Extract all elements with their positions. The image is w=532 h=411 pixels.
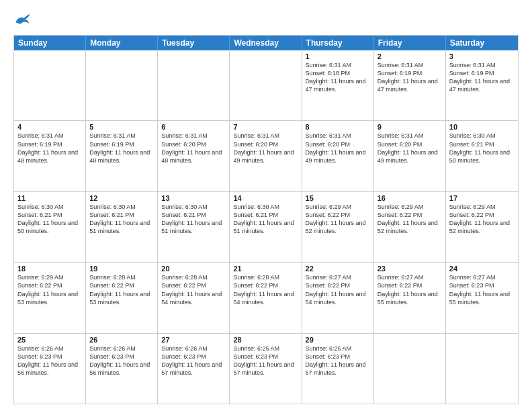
day-cell-20: 20Sunrise: 6:28 AMSunset: 6:22 PMDayligh… bbox=[158, 263, 230, 332]
day-number: 20 bbox=[161, 265, 226, 273]
day-info: Sunrise: 6:26 AMSunset: 6:23 PMDaylight:… bbox=[17, 345, 82, 377]
calendar-header-thursday: Thursday bbox=[302, 36, 374, 50]
empty-cell bbox=[158, 50, 230, 120]
day-number: 21 bbox=[233, 265, 298, 273]
empty-cell bbox=[86, 50, 158, 120]
day-cell-15: 15Sunrise: 6:29 AMSunset: 6:22 PMDayligh… bbox=[302, 192, 374, 262]
day-info: Sunrise: 6:31 AMSunset: 6:20 PMDaylight:… bbox=[161, 132, 226, 165]
day-cell-26: 26Sunrise: 6:26 AMSunset: 6:23 PMDayligh… bbox=[86, 334, 158, 404]
calendar-body: 1Sunrise: 6:31 AMSunset: 6:18 PMDaylight… bbox=[14, 50, 518, 404]
day-info: Sunrise: 6:30 AMSunset: 6:21 PMDaylight:… bbox=[449, 132, 515, 165]
day-info: Sunrise: 6:31 AMSunset: 6:18 PMDaylight:… bbox=[306, 61, 370, 94]
day-cell-18: 18Sunrise: 6:29 AMSunset: 6:22 PMDayligh… bbox=[14, 263, 86, 332]
day-number: 14 bbox=[233, 194, 298, 202]
day-info: Sunrise: 6:30 AMSunset: 6:21 PMDaylight:… bbox=[233, 203, 298, 236]
day-cell-2: 2Sunrise: 6:31 AMSunset: 6:19 PMDaylight… bbox=[374, 50, 446, 120]
day-number: 24 bbox=[449, 265, 515, 273]
day-info: Sunrise: 6:27 AMSunset: 6:22 PMDaylight:… bbox=[306, 273, 370, 306]
day-info: Sunrise: 6:26 AMSunset: 6:23 PMDaylight:… bbox=[89, 345, 154, 377]
day-number: 19 bbox=[89, 265, 154, 273]
day-number: 12 bbox=[89, 194, 154, 202]
day-info: Sunrise: 6:29 AMSunset: 6:22 PMDaylight:… bbox=[17, 273, 82, 306]
calendar-header-tuesday: Tuesday bbox=[158, 36, 230, 50]
day-number: 29 bbox=[306, 336, 370, 344]
day-number: 15 bbox=[306, 194, 370, 202]
day-number: 22 bbox=[306, 265, 370, 273]
day-cell-27: 27Sunrise: 6:26 AMSunset: 6:23 PMDayligh… bbox=[158, 334, 230, 404]
day-number: 23 bbox=[378, 265, 442, 273]
day-number: 13 bbox=[161, 194, 226, 202]
page: SundayMondayTuesdayWednesdayThursdayFrid… bbox=[0, 0, 532, 411]
day-info: Sunrise: 6:31 AMSunset: 6:20 PMDaylight:… bbox=[233, 132, 298, 165]
day-number: 5 bbox=[89, 123, 154, 131]
calendar-header-saturday: Saturday bbox=[446, 36, 518, 50]
day-number: 1 bbox=[306, 52, 370, 60]
day-info: Sunrise: 6:25 AMSunset: 6:23 PMDaylight:… bbox=[306, 345, 370, 377]
calendar-row-1: 4Sunrise: 6:31 AMSunset: 6:19 PMDaylight… bbox=[14, 120, 518, 191]
day-cell-1: 1Sunrise: 6:31 AMSunset: 6:18 PMDaylight… bbox=[302, 50, 374, 120]
day-number: 18 bbox=[17, 265, 82, 273]
calendar-header-sunday: Sunday bbox=[14, 36, 86, 50]
day-number: 8 bbox=[306, 123, 370, 131]
day-cell-22: 22Sunrise: 6:27 AMSunset: 6:22 PMDayligh… bbox=[302, 263, 374, 332]
calendar-header: SundayMondayTuesdayWednesdayThursdayFrid… bbox=[14, 36, 518, 50]
day-number: 28 bbox=[233, 336, 298, 344]
empty-cell bbox=[446, 334, 518, 404]
day-cell-16: 16Sunrise: 6:29 AMSunset: 6:22 PMDayligh… bbox=[374, 192, 446, 262]
day-info: Sunrise: 6:31 AMSunset: 6:19 PMDaylight:… bbox=[449, 61, 515, 94]
day-cell-4: 4Sunrise: 6:31 AMSunset: 6:19 PMDaylight… bbox=[14, 121, 86, 191]
empty-cell bbox=[14, 50, 86, 120]
calendar-row-0: 1Sunrise: 6:31 AMSunset: 6:18 PMDaylight… bbox=[14, 50, 518, 120]
day-cell-12: 12Sunrise: 6:30 AMSunset: 6:21 PMDayligh… bbox=[86, 192, 158, 262]
day-info: Sunrise: 6:28 AMSunset: 6:22 PMDaylight:… bbox=[89, 273, 154, 306]
day-cell-9: 9Sunrise: 6:31 AMSunset: 6:20 PMDaylight… bbox=[374, 121, 446, 191]
calendar-row-3: 18Sunrise: 6:29 AMSunset: 6:22 PMDayligh… bbox=[14, 262, 518, 332]
day-info: Sunrise: 6:30 AMSunset: 6:21 PMDaylight:… bbox=[89, 203, 154, 236]
day-info: Sunrise: 6:27 AMSunset: 6:23 PMDaylight:… bbox=[449, 273, 515, 306]
day-number: 10 bbox=[449, 123, 515, 131]
day-cell-13: 13Sunrise: 6:30 AMSunset: 6:21 PMDayligh… bbox=[158, 192, 230, 262]
day-cell-10: 10Sunrise: 6:30 AMSunset: 6:21 PMDayligh… bbox=[446, 121, 518, 191]
day-cell-23: 23Sunrise: 6:27 AMSunset: 6:22 PMDayligh… bbox=[374, 263, 446, 332]
day-number: 7 bbox=[233, 123, 298, 131]
empty-cell bbox=[230, 50, 302, 120]
day-number: 2 bbox=[378, 52, 442, 60]
header bbox=[13, 11, 519, 30]
day-info: Sunrise: 6:30 AMSunset: 6:21 PMDaylight:… bbox=[17, 203, 82, 236]
day-number: 11 bbox=[17, 194, 82, 202]
day-cell-17: 17Sunrise: 6:29 AMSunset: 6:22 PMDayligh… bbox=[446, 192, 518, 262]
calendar-header-monday: Monday bbox=[86, 36, 158, 50]
day-cell-25: 25Sunrise: 6:26 AMSunset: 6:23 PMDayligh… bbox=[14, 334, 86, 404]
day-cell-29: 29Sunrise: 6:25 AMSunset: 6:23 PMDayligh… bbox=[302, 334, 374, 404]
day-cell-6: 6Sunrise: 6:31 AMSunset: 6:20 PMDaylight… bbox=[158, 121, 230, 191]
day-number: 3 bbox=[449, 52, 515, 60]
day-info: Sunrise: 6:31 AMSunset: 6:19 PMDaylight:… bbox=[378, 61, 442, 94]
day-info: Sunrise: 6:28 AMSunset: 6:22 PMDaylight:… bbox=[161, 273, 226, 306]
empty-cell bbox=[374, 334, 446, 404]
calendar-row-4: 25Sunrise: 6:26 AMSunset: 6:23 PMDayligh… bbox=[14, 333, 518, 404]
day-info: Sunrise: 6:25 AMSunset: 6:23 PMDaylight:… bbox=[233, 345, 298, 377]
calendar-header-wednesday: Wednesday bbox=[230, 36, 302, 50]
day-info: Sunrise: 6:31 AMSunset: 6:20 PMDaylight:… bbox=[306, 132, 370, 165]
day-cell-19: 19Sunrise: 6:28 AMSunset: 6:22 PMDayligh… bbox=[86, 263, 158, 332]
day-number: 27 bbox=[161, 336, 226, 344]
day-cell-3: 3Sunrise: 6:31 AMSunset: 6:19 PMDaylight… bbox=[446, 50, 518, 120]
day-info: Sunrise: 6:31 AMSunset: 6:19 PMDaylight:… bbox=[17, 132, 82, 165]
day-cell-14: 14Sunrise: 6:30 AMSunset: 6:21 PMDayligh… bbox=[230, 192, 302, 262]
day-cell-11: 11Sunrise: 6:30 AMSunset: 6:21 PMDayligh… bbox=[14, 192, 86, 262]
day-info: Sunrise: 6:30 AMSunset: 6:21 PMDaylight:… bbox=[161, 203, 226, 236]
day-cell-28: 28Sunrise: 6:25 AMSunset: 6:23 PMDayligh… bbox=[230, 334, 302, 404]
day-cell-8: 8Sunrise: 6:31 AMSunset: 6:20 PMDaylight… bbox=[302, 121, 374, 191]
calendar-header-friday: Friday bbox=[374, 36, 446, 50]
logo-bird-icon bbox=[13, 11, 32, 30]
day-cell-5: 5Sunrise: 6:31 AMSunset: 6:19 PMDaylight… bbox=[86, 121, 158, 191]
day-number: 26 bbox=[89, 336, 154, 344]
day-info: Sunrise: 6:31 AMSunset: 6:19 PMDaylight:… bbox=[89, 132, 154, 165]
day-number: 17 bbox=[449, 194, 515, 202]
day-number: 4 bbox=[17, 123, 82, 131]
day-number: 16 bbox=[378, 194, 442, 202]
day-info: Sunrise: 6:27 AMSunset: 6:22 PMDaylight:… bbox=[378, 273, 442, 306]
day-number: 25 bbox=[17, 336, 82, 344]
day-number: 9 bbox=[378, 123, 442, 131]
day-info: Sunrise: 6:26 AMSunset: 6:23 PMDaylight:… bbox=[161, 345, 226, 377]
